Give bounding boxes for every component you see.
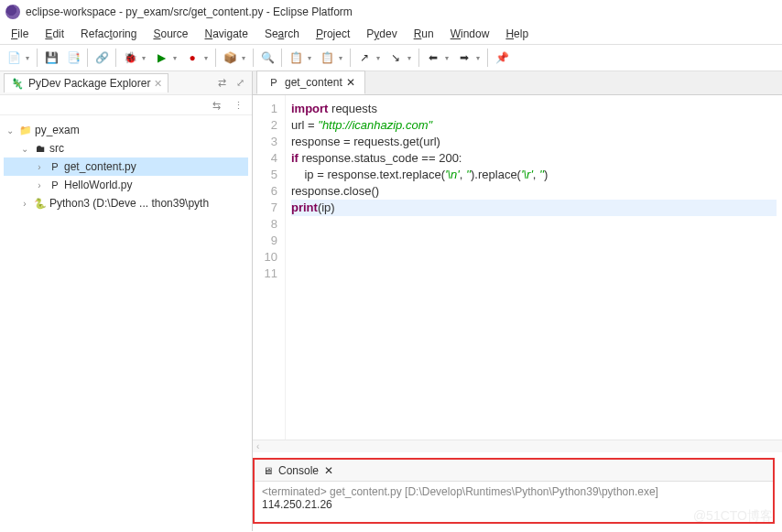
console-output: 114.250.21.26 [262, 498, 766, 511]
menu-source[interactable]: Source [146, 26, 195, 42]
toggle-button[interactable]: 🔗 [92, 48, 112, 68]
console-panel: 🖥 Console ✕ <terminated> get_content.py … [253, 458, 775, 524]
code-body[interactable]: import requestsurl = "http://icanhazip.c… [286, 95, 782, 440]
menu-search[interactable]: Search [257, 26, 307, 42]
folder-icon: 🖿 [33, 141, 48, 156]
tree-project[interactable]: ⌄ 📁 py_exam [4, 121, 248, 139]
filter-icon[interactable]: ⇆ [208, 97, 224, 114]
next-edit-button[interactable]: ↘ [386, 48, 406, 68]
chevron-right-icon[interactable]: › [18, 199, 31, 209]
prev-edit-button[interactable]: ↗ [354, 48, 375, 68]
menu-run[interactable]: Run [407, 26, 441, 42]
chevron-right-icon[interactable]: › [33, 162, 46, 172]
open-task-button[interactable]: 📋 [317, 48, 337, 68]
menu-file[interactable]: File [4, 26, 36, 42]
editor-tabs: P get_content ✕ [253, 71, 782, 95]
console-icon: 🖥 [260, 463, 275, 478]
tree-label: src [49, 142, 64, 155]
title-bar: eclipse-workspace - py_exam/src/get_cont… [0, 0, 782, 24]
console-body[interactable]: <terminated> get_content.py [D:\Develop\… [255, 482, 773, 522]
new-module-button[interactable]: 📦 [220, 48, 240, 68]
open-type-button[interactable]: 📋 [286, 48, 306, 68]
save-button[interactable]: 💾 [41, 48, 61, 68]
view-menu-icon[interactable]: ⋮ [230, 97, 246, 114]
search-button[interactable]: 🔍 [257, 48, 277, 68]
py-file-icon: P [48, 178, 62, 192]
console-title: Console [278, 464, 319, 477]
menu-project[interactable]: Project [309, 26, 357, 42]
back-button[interactable]: ⬅ [423, 48, 443, 68]
debug-button[interactable]: 🐞 [120, 48, 140, 68]
menu-edit[interactable]: Edit [38, 26, 71, 42]
menu-window[interactable]: Window [443, 26, 497, 42]
explorer-tab[interactable]: 🦎 PyDev Package Explorer ✕ [4, 73, 168, 92]
tree-label: py_exam [35, 124, 80, 136]
python-icon: 🐍 [33, 196, 48, 211]
package-explorer: 🦎 PyDev Package Explorer ✕ ⇄ ⤢ ⇆ ⋮ ⌄ 📁 p… [0, 71, 253, 531]
explorer-title: PyDev Package Explorer [28, 77, 150, 90]
console-header: 🖥 Console ✕ [255, 460, 773, 482]
toolbar: 📄▾ 💾 📑 🔗 🐞▾ ▶▾ ●▾ 📦▾ 🔍 📋▾ 📋▾ ↗▾ ↘▾ ⬅▾ ➡▾… [0, 44, 782, 71]
h-scrollbar[interactable]: ‹ [253, 440, 782, 452]
editor-area: P get_content ✕ 1234567891011 import req… [253, 71, 782, 531]
pin-button[interactable]: 📌 [492, 48, 512, 68]
menu-pydev[interactable]: Pydev [359, 26, 404, 42]
close-icon[interactable]: ✕ [154, 78, 162, 90]
project-icon: 📁 [18, 123, 33, 137]
console-status: <terminated> get_content.py [D:\Develop\… [262, 485, 766, 498]
tree-src[interactable]: ⌄ 🖿 src [4, 139, 248, 157]
forward-button[interactable]: ➡ [454, 48, 474, 68]
menu-refactoring[interactable]: Refactoring [73, 26, 144, 42]
pydev-icon: 🦎 [10, 76, 25, 91]
tree-python[interactable]: › 🐍 Python3 (D:\Deve ... thon39\pyth [4, 194, 248, 212]
editor-tab[interactable]: P get_content ✕ [256, 71, 365, 94]
menu-bar: File Edit Refactoring Source Navigate Se… [0, 24, 782, 44]
menu-navigate[interactable]: Navigate [198, 26, 255, 42]
chevron-right-icon[interactable]: › [33, 180, 46, 190]
editor-tab-label: get_content [285, 76, 342, 89]
chevron-down-icon[interactable]: ⌄ [4, 125, 16, 136]
menu-help[interactable]: Help [498, 26, 536, 42]
code-editor[interactable]: 1234567891011 import requestsurl = "http… [253, 95, 782, 440]
link-editor-icon[interactable]: ⤢ [232, 75, 248, 92]
py-file-icon: P [48, 159, 62, 174]
tree-file[interactable]: › P HelloWorld.py [4, 176, 248, 194]
new-button[interactable]: 📄 [4, 48, 24, 68]
explorer-header: 🦎 PyDev Package Explorer ✕ ⇄ ⤢ [0, 71, 252, 95]
project-tree: ⌄ 📁 py_exam ⌄ 🖿 src › P get_content.py ›… [0, 115, 252, 218]
py-file-icon: P [266, 75, 281, 90]
collapse-all-icon[interactable]: ⇄ [213, 75, 230, 92]
tree-label: HelloWorld.py [64, 179, 132, 191]
line-gutter: 1234567891011 [253, 95, 286, 440]
tree-file-selected[interactable]: › P get_content.py [4, 157, 248, 176]
tree-label: Python3 (D:\Deve ... thon39\pyth [49, 197, 209, 210]
close-icon[interactable]: ✕ [346, 76, 355, 89]
run-button[interactable]: ▶ [151, 48, 171, 68]
run-last-button[interactable]: ● [182, 48, 202, 68]
eclipse-logo-icon [5, 5, 20, 19]
save-all-button[interactable]: 📑 [63, 48, 83, 68]
window-title: eclipse-workspace - py_exam/src/get_cont… [26, 5, 353, 18]
tree-label: get_content.py [64, 160, 136, 173]
close-icon[interactable]: ✕ [324, 464, 333, 477]
main-area: 🦎 PyDev Package Explorer ✕ ⇄ ⤢ ⇆ ⋮ ⌄ 📁 p… [0, 71, 782, 531]
chevron-down-icon[interactable]: ⌄ [18, 144, 31, 154]
